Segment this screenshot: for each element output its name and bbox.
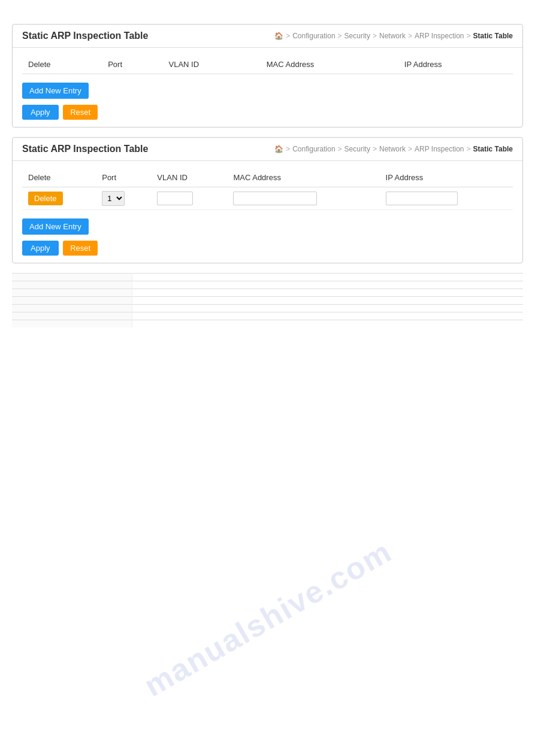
bottom-row-7	[12, 320, 523, 328]
card2-title: Static ARP Inspection Table	[22, 144, 148, 154]
bottom-cell-right-1	[132, 274, 523, 281]
mac-input[interactable]	[233, 192, 317, 205]
bottom-row-1	[12, 274, 523, 281]
bottom-table	[12, 273, 523, 327]
bottom-cell-left-6	[12, 312, 132, 320]
reset-button-1[interactable]: Reset	[63, 105, 98, 120]
delete-button[interactable]: Delete	[28, 192, 63, 205]
bottom-cell-right-5	[132, 305, 523, 312]
bc2-arp: ARP Inspection	[415, 145, 464, 153]
cell-vlanid	[151, 187, 227, 210]
card2-breadcrumb: 🏠 > Configuration > Security > Network >…	[274, 145, 513, 153]
card-section2: Static ARP Inspection Table 🏠 > Configur…	[12, 137, 523, 263]
col2-mac: MAC Address	[227, 168, 379, 187]
bottom-cell-left-7	[12, 320, 132, 328]
breadcrumb-config: Configuration	[292, 32, 335, 40]
bottom-cell-right-2	[132, 281, 523, 289]
col-port-1: Port	[102, 55, 162, 74]
table-row: Delete 1 2 3 4 5	[22, 187, 513, 210]
bottom-row-3	[12, 289, 523, 297]
breadcrumb-network: Network	[379, 32, 406, 40]
bottom-cell-right-3	[132, 289, 523, 297]
bc2-network: Network	[379, 145, 406, 153]
apply-button-1[interactable]: Apply	[22, 105, 59, 120]
arp-table-1: Delete Port VLAN ID MAC Address IP Addre…	[22, 55, 513, 74]
col2-ip: IP Address	[380, 168, 513, 187]
card1-breadcrumb: 🏠 > Configuration > Security > Network >…	[274, 32, 513, 40]
bc2-security: Security	[344, 145, 370, 153]
port-select[interactable]: 1 2 3 4 5	[102, 191, 125, 206]
cell-ip	[380, 187, 513, 210]
add-new-entry-button-2[interactable]: Add New Entry	[22, 218, 89, 235]
bottom-cell-right-7	[132, 320, 523, 328]
bottom-row-4	[12, 297, 523, 305]
breadcrumb-arp: ARP Inspection	[415, 32, 464, 40]
col-mac-1: MAC Address	[261, 55, 398, 74]
card1-title: Static ARP Inspection Table	[22, 31, 148, 41]
card1-body: Delete Port VLAN ID MAC Address IP Addre…	[13, 48, 522, 127]
bottom-table-section	[12, 273, 523, 327]
home-icon-2: 🏠	[274, 145, 283, 153]
cell-mac	[227, 187, 379, 210]
apply-button-2[interactable]: Apply	[22, 241, 59, 256]
card2-header: Static ARP Inspection Table 🏠 > Configur…	[13, 138, 522, 161]
arp-table-2: Delete Port VLAN ID MAC Address IP Addre…	[22, 168, 513, 210]
cell-delete: Delete	[22, 187, 96, 210]
col2-delete: Delete	[22, 168, 96, 187]
bc2-config: Configuration	[292, 145, 335, 153]
ip-input[interactable]	[386, 192, 458, 205]
breadcrumb-security: Security	[344, 32, 370, 40]
col2-port: Port	[96, 168, 151, 187]
bc2-static-table: Static Table	[473, 145, 513, 153]
bottom-row-2	[12, 281, 523, 289]
card-section1: Static ARP Inspection Table 🏠 > Configur…	[12, 24, 523, 127]
reset-button-2[interactable]: Reset	[63, 241, 98, 256]
card1-header: Static ARP Inspection Table 🏠 > Configur…	[13, 25, 522, 48]
home-icon: 🏠	[274, 32, 283, 40]
bottom-cell-left-5	[12, 305, 132, 312]
col-ip-1: IP Address	[398, 55, 513, 74]
add-new-entry-button-1[interactable]: Add New Entry	[22, 83, 89, 99]
bottom-cell-left-2	[12, 281, 132, 289]
col-vlanid-1: VLAN ID	[163, 55, 261, 74]
breadcrumb-static-table: Static Table	[473, 32, 513, 40]
bottom-row-5	[12, 305, 523, 312]
bottom-cell-left-4	[12, 297, 132, 305]
bottom-cell-right-4	[132, 297, 523, 305]
col2-vlanid: VLAN ID	[151, 168, 227, 187]
cell-port: 1 2 3 4 5	[96, 187, 151, 210]
card2-body: Delete Port VLAN ID MAC Address IP Addre…	[13, 161, 522, 263]
bottom-row-6	[12, 312, 523, 320]
bottom-cell-right-6	[132, 312, 523, 320]
bottom-cell-left-3	[12, 289, 132, 297]
vlanid-input[interactable]	[157, 192, 193, 205]
bottom-cell-left-1	[12, 274, 132, 281]
col-delete-1: Delete	[22, 55, 102, 74]
